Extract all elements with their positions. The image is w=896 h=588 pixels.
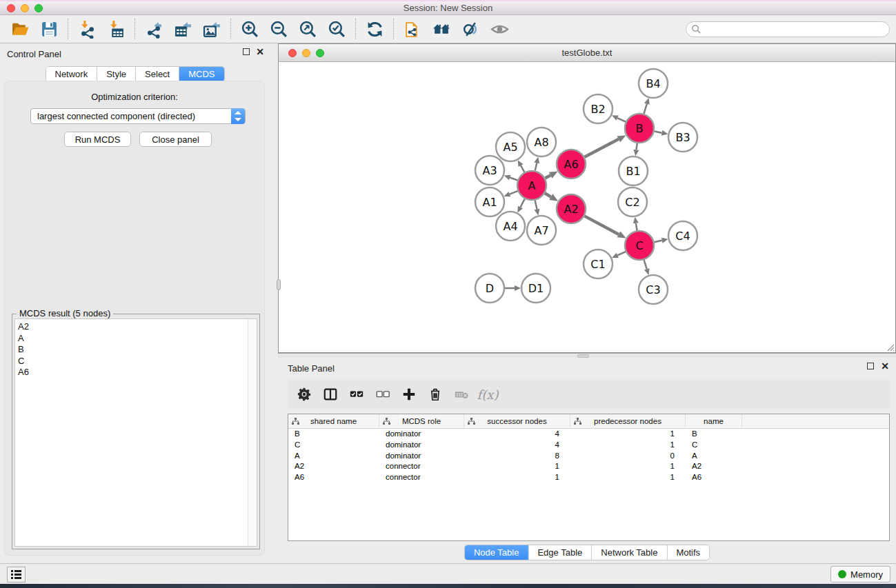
export-image-icon[interactable] bbox=[197, 17, 226, 41]
mcds-result-listbox[interactable]: A2ABCA6 bbox=[14, 318, 257, 547]
resize-grip-icon[interactable] bbox=[885, 342, 895, 352]
cell-successor-nodes[interactable]: 4 bbox=[464, 429, 570, 440]
column-header-shared-name[interactable]: shared name bbox=[288, 414, 379, 428]
graph-edge[interactable] bbox=[535, 201, 537, 210]
graph-edge[interactable] bbox=[617, 118, 626, 122]
cell-name[interactable]: A bbox=[686, 451, 742, 462]
graph-edge[interactable] bbox=[636, 223, 637, 231]
cell-predecessor-nodes[interactable]: 1 bbox=[570, 472, 686, 483]
column-header-MCDS-role[interactable]: MCDS role bbox=[379, 414, 464, 428]
tab-select[interactable]: Select bbox=[136, 67, 179, 81]
node-table[interactable]: shared nameMCDS rolesuccessor nodesprede… bbox=[288, 414, 890, 541]
graph-edge[interactable] bbox=[636, 143, 637, 150]
home-icon[interactable] bbox=[427, 17, 456, 41]
import-network-icon[interactable] bbox=[72, 17, 101, 41]
graph-edge[interactable] bbox=[644, 260, 647, 269]
cell-MCDS-role[interactable]: connector bbox=[379, 461, 464, 472]
close-window-icon[interactable] bbox=[7, 4, 15, 12]
minimize-window-icon[interactable] bbox=[21, 4, 29, 12]
column-view-icon[interactable] bbox=[321, 385, 340, 404]
cell-shared-name[interactable]: A bbox=[288, 451, 379, 462]
memory-button[interactable]: Memory bbox=[830, 566, 890, 582]
mcds-result-item[interactable]: C bbox=[18, 356, 257, 367]
graph-edge[interactable] bbox=[545, 175, 550, 178]
graph-edge[interactable] bbox=[521, 165, 524, 172]
mcds-list-scrollbar[interactable] bbox=[248, 319, 257, 546]
cell-successor-nodes[interactable]: 1 bbox=[464, 472, 570, 483]
select-all-icon[interactable] bbox=[347, 385, 366, 404]
cell-MCDS-role[interactable]: dominator bbox=[379, 440, 464, 451]
criterion-select[interactable]: largest connected component (directed) bbox=[30, 108, 246, 124]
network-minimize-icon[interactable] bbox=[302, 49, 310, 57]
graph-edge[interactable] bbox=[545, 193, 551, 196]
task-history-button[interactable] bbox=[7, 567, 26, 582]
table-row[interactable]: Cdominator41C bbox=[288, 440, 889, 451]
zoom-out-icon[interactable] bbox=[264, 17, 293, 41]
mcds-result-item[interactable]: A bbox=[18, 333, 257, 345]
cell-shared-name[interactable]: B bbox=[288, 429, 379, 440]
cell-predecessor-nodes[interactable]: 1 bbox=[570, 461, 686, 472]
run-mcds-button[interactable]: Run MCDS bbox=[64, 132, 131, 147]
graph-edge[interactable] bbox=[584, 216, 619, 234]
network-close-icon[interactable] bbox=[288, 49, 297, 57]
close-panel-button[interactable]: Close panel bbox=[139, 132, 212, 147]
table-row[interactable]: Bdominator41B bbox=[288, 429, 889, 440]
graph-edge[interactable] bbox=[655, 131, 662, 132]
cell-predecessor-nodes[interactable]: 0 bbox=[570, 451, 686, 462]
delete-table-icon[interactable] bbox=[452, 385, 471, 404]
add-icon[interactable] bbox=[399, 385, 419, 404]
search-input[interactable] bbox=[686, 21, 890, 37]
cell-name[interactable]: C bbox=[686, 440, 742, 451]
import-table-icon[interactable] bbox=[101, 17, 130, 41]
cell-name[interactable]: B bbox=[686, 429, 742, 440]
graph-edge[interactable] bbox=[510, 178, 517, 181]
table-row[interactable]: A2connector11A2 bbox=[288, 461, 889, 472]
tab-mcds[interactable]: MCDS bbox=[179, 67, 223, 81]
tab-network-table[interactable]: Network Table bbox=[592, 545, 667, 560]
open-folder-icon[interactable] bbox=[6, 17, 34, 41]
hide-details-icon[interactable] bbox=[456, 17, 485, 41]
tab-network[interactable]: Network bbox=[46, 67, 97, 81]
cell-successor-nodes[interactable]: 8 bbox=[464, 451, 570, 462]
cell-successor-nodes[interactable]: 4 bbox=[464, 440, 570, 451]
zoom-selected-icon[interactable] bbox=[322, 17, 351, 41]
tab-node-table[interactable]: Node Table bbox=[465, 545, 529, 560]
new-network-document-icon[interactable] bbox=[398, 17, 427, 41]
mcds-result-item[interactable]: A2 bbox=[18, 321, 257, 333]
zoom-fit-icon[interactable] bbox=[293, 17, 322, 41]
export-table-icon[interactable] bbox=[168, 17, 197, 41]
maximize-window-icon[interactable] bbox=[34, 4, 43, 12]
cell-shared-name[interactable]: A6 bbox=[288, 472, 379, 483]
split-divider-grip[interactable] bbox=[277, 279, 281, 290]
cell-predecessor-nodes[interactable]: 1 bbox=[570, 440, 686, 451]
export-network-icon[interactable] bbox=[139, 17, 168, 41]
zoom-in-icon[interactable] bbox=[235, 17, 264, 41]
save-icon[interactable] bbox=[34, 17, 63, 41]
table-row[interactable]: A6connector11A6 bbox=[288, 472, 889, 483]
float-panel-icon[interactable] bbox=[243, 48, 250, 55]
cell-MCDS-role[interactable]: dominator bbox=[379, 429, 464, 440]
close-table-panel-icon[interactable]: ✕ bbox=[881, 363, 889, 369]
tab-edge-table[interactable]: Edge Table bbox=[528, 545, 592, 560]
delete-icon[interactable] bbox=[426, 385, 445, 404]
graph-edge[interactable] bbox=[584, 139, 618, 157]
cell-successor-nodes[interactable]: 1 bbox=[464, 461, 570, 472]
cell-name[interactable]: A2 bbox=[686, 461, 742, 472]
tab-motifs[interactable]: Motifs bbox=[667, 545, 709, 560]
float-table-panel-icon[interactable] bbox=[867, 363, 874, 369]
graph-edge[interactable] bbox=[654, 241, 661, 243]
column-header-predecessor-nodes[interactable]: predecessor nodes bbox=[570, 414, 686, 428]
cell-shared-name[interactable]: C bbox=[288, 440, 379, 451]
horizontal-split-divider[interactable] bbox=[278, 353, 896, 358]
graph-edge[interactable] bbox=[535, 163, 537, 170]
cell-name[interactable]: A6 bbox=[686, 472, 742, 483]
eye-icon[interactable] bbox=[485, 17, 514, 41]
table-row[interactable]: Adominator80A bbox=[288, 451, 889, 462]
mcds-result-item[interactable]: A6 bbox=[18, 367, 257, 378]
table-header-row[interactable]: shared nameMCDS rolesuccessor nodesprede… bbox=[288, 414, 889, 429]
cell-predecessor-nodes[interactable]: 1 bbox=[570, 429, 686, 440]
column-header-successor-nodes[interactable]: successor nodes bbox=[464, 414, 570, 428]
graph-edge[interactable] bbox=[644, 104, 646, 114]
table-body[interactable]: Bdominator41BCdominator41CAdominator80AA… bbox=[288, 429, 889, 483]
graph-edge[interactable] bbox=[520, 199, 524, 207]
